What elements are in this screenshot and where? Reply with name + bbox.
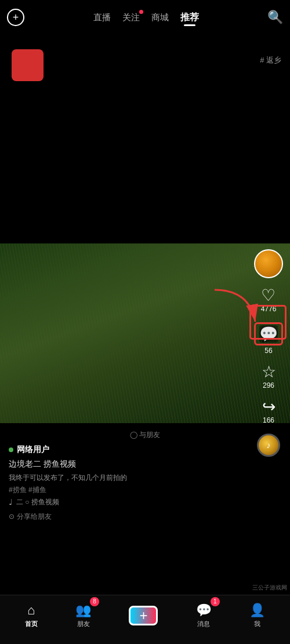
like-button[interactable]: ♡ 4776 <box>261 288 277 313</box>
music-disc-icon: ♪ <box>267 441 271 450</box>
messages-badge: 1 <box>211 597 220 606</box>
video-background <box>0 243 290 423</box>
bottom-nav-profile[interactable]: 👤 我 <box>249 603 265 628</box>
share-count: 166 <box>263 416 274 424</box>
collect-count: 296 <box>263 381 274 390</box>
music-row: ♩ 二 ○ 捞鱼视频 <box>9 497 281 507</box>
video-info-panel: ◯ 与朋友 网络用户 边境老二 捞鱼视频 我终于可以发布了，不知几个月前拍的 #… <box>0 423 290 529</box>
search-icon: 🔍 <box>267 10 283 24</box>
messages-label: 消息 <box>197 620 210 628</box>
nav-tabs: 直播 关注 商城 推荐 <box>88 12 205 24</box>
friends-badge: 8 <box>90 597 99 606</box>
tab-recommend[interactable]: 推荐 <box>175 12 205 24</box>
create-plus-button[interactable]: + <box>129 606 158 625</box>
nav-left-section: + <box>7 9 24 26</box>
tab-live[interactable]: 直播 <box>88 12 117 23</box>
comment-button[interactable]: 💬 56 <box>254 322 283 355</box>
video-meta-text: ◯ 与朋友 <box>130 431 160 439</box>
home-icon: ⌂ <box>27 603 35 618</box>
friends-label: 朋友 <box>77 620 90 628</box>
star-icon: ☆ <box>262 364 276 380</box>
home-label: 首页 <box>25 620 38 628</box>
comment-icon: 💬 <box>259 325 278 343</box>
music-note-icon: ♩ <box>9 497 13 507</box>
top-navigation: + 直播 关注 商城 推荐 🔍 <box>0 0 290 35</box>
tab-shop[interactable]: 商城 <box>146 12 175 23</box>
video-user-row[interactable]: 网络用户 <box>9 445 281 455</box>
collect-button[interactable]: ☆ 296 <box>262 364 276 390</box>
action-sidebar: ♡ 4776 💬 56 ☆ 296 ↪ 166 ♪ <box>254 249 283 466</box>
music-button[interactable]: ♪ <box>257 434 280 457</box>
create-button[interactable]: + <box>7 9 24 26</box>
video-title: 边境老二 捞鱼视频 <box>9 459 281 470</box>
watermark: 三公子游戏网 <box>252 584 287 592</box>
friends-icon: 👥 8 <box>75 603 91 618</box>
bottom-nav-create[interactable]: + <box>129 606 158 625</box>
top-right-label: # 返乡 <box>260 55 281 66</box>
comment-count: 56 <box>264 347 272 355</box>
comment-highlight-box: 💬 <box>254 322 283 345</box>
video-meta: ◯ 与朋友 <box>9 430 281 440</box>
profile-label: 我 <box>254 620 260 628</box>
music-text: 二 ○ 捞鱼视频 <box>16 497 59 507</box>
username: 网络用户 <box>17 445 49 455</box>
create-icon: + <box>139 607 147 624</box>
like-count: 4776 <box>261 305 277 313</box>
video-description-line1: 我终于可以发布了，不知几个月前拍的 <box>9 472 281 483</box>
top-black-section: # 返乡 <box>0 0 290 243</box>
plus-icon: + <box>13 12 19 24</box>
heart-icon: ♡ <box>261 288 276 304</box>
bottom-nav-home[interactable]: ⌂ 首页 <box>25 603 38 628</box>
likes-row: ⊙ 分享给朋友 <box>9 512 281 522</box>
share-icon: ↪ <box>262 399 276 415</box>
red-box-avatar <box>12 49 44 81</box>
tab-follow[interactable]: 关注 <box>117 12 146 23</box>
creator-avatar[interactable] <box>254 249 283 278</box>
follow-badge <box>139 10 143 14</box>
online-indicator <box>9 447 13 452</box>
messages-icon: 💬 1 <box>196 603 212 618</box>
likes-icon: ⊙ <box>9 512 14 521</box>
profile-icon: 👤 <box>249 603 265 618</box>
bottom-nav-friends[interactable]: 👥 8 朋友 <box>75 603 91 628</box>
share-button[interactable]: ↪ 166 <box>262 399 276 424</box>
video-tags: #捞鱼 #捕鱼 <box>9 485 281 495</box>
top-right-text: # 返乡 <box>260 55 281 66</box>
video-player[interactable] <box>0 243 290 423</box>
bottom-nav-messages[interactable]: 💬 1 消息 <box>196 603 212 628</box>
search-button[interactable]: 🔍 <box>267 10 283 25</box>
bottom-navigation: ⌂ 首页 👥 8 朋友 + 💬 1 消息 👤 我 <box>0 595 290 644</box>
likes-text: 分享给朋友 <box>17 512 52 522</box>
